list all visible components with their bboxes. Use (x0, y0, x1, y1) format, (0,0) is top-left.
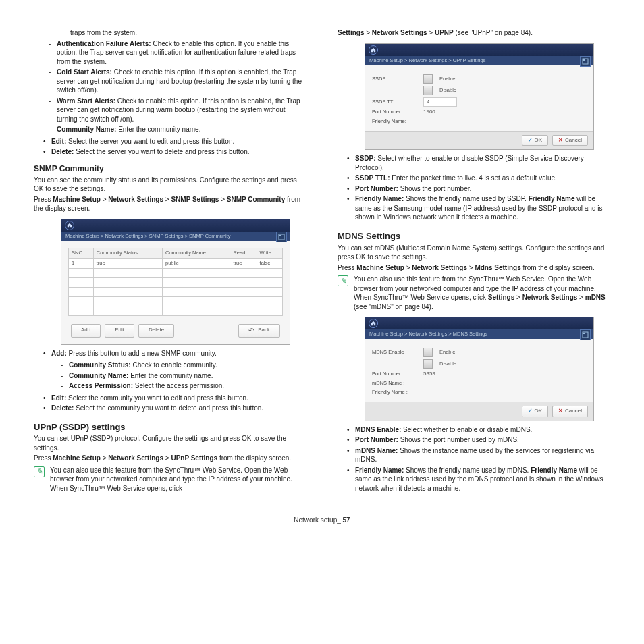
b: Network Settings (412, 264, 467, 271)
add-button[interactable]: Add (71, 324, 101, 338)
b: Port Number: (355, 185, 398, 192)
home-icon[interactable] (65, 221, 74, 230)
delete-button[interactable]: Delete (138, 324, 174, 338)
table-row[interactable] (69, 269, 283, 278)
svg-rect-3 (583, 59, 585, 61)
back-button[interactable]: Back (238, 324, 280, 338)
mock-body: SNO Community Status Community Name Read… (61, 241, 290, 344)
b: MDNS Enable: (355, 426, 401, 433)
s: > (514, 294, 522, 301)
t: OK (535, 408, 543, 415)
list-add: Add: Press this button to add a new SNMP… (34, 349, 306, 358)
td: true (230, 258, 257, 268)
t: Press (338, 264, 356, 271)
snmp-table: SNO Community Status Community Name Read… (68, 248, 283, 316)
breadcrumb: Machine Setup > Network Settings > UPnP … (365, 56, 593, 65)
radio-disable[interactable] (423, 86, 433, 95)
td: true (93, 258, 162, 268)
s: > (404, 264, 412, 271)
th[interactable]: Write (257, 248, 282, 258)
cancel-button[interactable]: ✕Cancel (552, 406, 588, 417)
screenshot-upnp: Machine Setup > Network Settings > UPnP … (365, 43, 594, 151)
p-path: Press Machine Setup > Network Settings >… (338, 263, 610, 273)
table-row[interactable] (69, 278, 283, 288)
panel-icon[interactable] (580, 56, 591, 67)
b: mDNS (585, 294, 606, 301)
table-row[interactable]: 1 true public true false (69, 258, 283, 268)
t: You can set UPnP (SSDP) protocol. Config… (34, 435, 286, 452)
b: UPnP Settings (171, 454, 217, 462)
t: Enter the community name. (128, 372, 213, 379)
b: Add: (51, 350, 67, 357)
footer-label: Network setup (294, 516, 337, 524)
s: > (467, 264, 475, 271)
edit-button[interactable]: Edit (105, 324, 134, 338)
t: (see "UPnP" on page 84). (454, 29, 533, 36)
note: ✎ You can also use this feature from the… (338, 275, 610, 311)
page-footer: Network setup_ 57 (34, 516, 610, 525)
t: You can see the community status and its… (34, 176, 297, 193)
table-row[interactable] (69, 288, 283, 297)
b: Edit: (51, 394, 66, 402)
list-upnp-fields: SSDP: Select whether to enable or disabl… (338, 154, 610, 222)
footer-sep: _ (337, 516, 342, 524)
check-icon: ✓ (528, 408, 533, 415)
home-icon[interactable] (369, 319, 378, 328)
cancel-button[interactable]: ✕Cancel (552, 135, 588, 146)
td: false (257, 258, 282, 268)
b: Community Status: (69, 361, 131, 369)
svg-rect-1 (279, 235, 281, 236)
b: mDNS Name: (355, 447, 400, 454)
mock-header (365, 317, 593, 329)
b: Settings (488, 294, 514, 301)
ttl-input[interactable]: 4 (423, 97, 457, 107)
list-alerts: Authentication Failure Alerts: Check to … (34, 39, 306, 134)
panel-icon[interactable] (276, 232, 287, 242)
th[interactable]: SNO (69, 248, 94, 258)
table-row[interactable] (69, 306, 283, 316)
table-row[interactable] (69, 297, 283, 306)
radio-enable[interactable] (423, 74, 433, 84)
b: Network Settings (108, 196, 163, 203)
close-icon: ✕ (558, 137, 563, 144)
s: > (101, 196, 108, 203)
note-text: You can also use this feature from the S… (50, 466, 306, 493)
t: Check to enable community. (131, 361, 217, 369)
footer: ✓OK ✕Cancel (365, 402, 593, 421)
p: You can set UPnP (SSDP) protocol. Config… (34, 434, 306, 452)
right-column: Settings > Network Settings > UPNP (see … (338, 27, 610, 495)
check-icon: ✓ (528, 137, 533, 144)
th[interactable]: Community Status (93, 248, 162, 258)
td: 1 (69, 258, 94, 268)
label: Friendly Name : (372, 389, 419, 396)
t: Select the community you want to delete … (74, 404, 263, 412)
th[interactable]: Community Name (163, 248, 230, 258)
t: from the display screen. (217, 454, 291, 462)
home-icon[interactable] (369, 45, 378, 55)
t: Shows the port number used by mDNS. (398, 436, 519, 444)
t: Press (34, 454, 53, 462)
b: Warm Start Alerts: (57, 97, 115, 105)
radio-enable[interactable] (423, 348, 433, 357)
b: Authentication Failure Alerts: (57, 40, 151, 47)
t: You can set mDNS (Multicast Domain Name … (338, 244, 604, 261)
b: Machine Setup (356, 264, 404, 271)
label: Port Number : (372, 371, 419, 377)
list-mdns-fields: MDNS Enable: Select whether to enable or… (338, 425, 610, 493)
ok-button[interactable]: ✓OK (522, 135, 549, 146)
p-path: Press Machine Setup > Network Settings >… (34, 454, 306, 463)
toolbar: Add Edit Delete Back (68, 321, 283, 340)
left-column: traps from the system. Authentication Fa… (34, 27, 306, 495)
note-icon: ✎ (338, 275, 348, 286)
ok-button[interactable]: ✓OK (522, 406, 549, 417)
label: Port Number : (372, 109, 419, 115)
t: Shows the port number. (398, 185, 471, 192)
th[interactable]: Read (230, 248, 257, 258)
radio-disable[interactable] (423, 359, 433, 369)
panel-icon[interactable] (580, 329, 591, 340)
breadcrumb-text: Machine Setup > Network Settings > SNMP … (65, 233, 231, 239)
t: Press this button to add a new SNMP comm… (67, 350, 217, 357)
b: UPNP (435, 29, 454, 36)
t: Select the community you want to edit an… (66, 394, 248, 402)
s: > (364, 29, 371, 36)
